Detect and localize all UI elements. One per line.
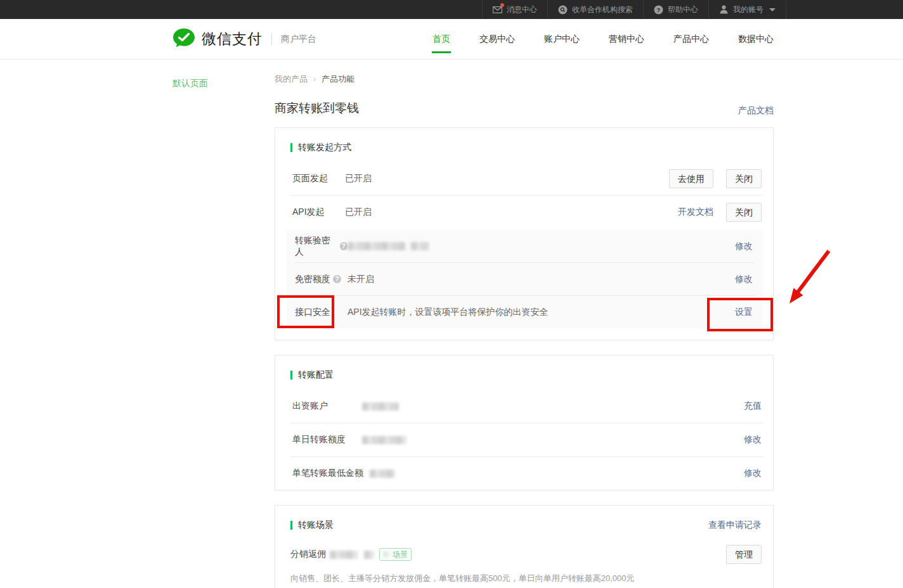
verifier-label: 转账验密人 ? xyxy=(295,235,348,258)
chevron-down-icon xyxy=(769,8,776,11)
product-doc-link[interactable]: 产品文档 xyxy=(738,105,774,117)
svg-text:?: ? xyxy=(657,6,661,13)
api-security-desc: API发起转账时，设置该项平台将保护你的出资安全 xyxy=(348,307,735,318)
brand-name: 微信支付 xyxy=(202,29,263,49)
redacted-block xyxy=(330,551,358,559)
api-init-status: 已开启 xyxy=(345,207,678,218)
help-tooltip-icon[interactable]: ? xyxy=(333,275,341,283)
page-init-status: 已开启 xyxy=(345,173,669,184)
scene-badge: 场景 xyxy=(379,548,412,561)
breadcrumb-separator-icon: › xyxy=(313,75,316,84)
topbar-my-account[interactable]: 我的账号 xyxy=(708,0,786,19)
wechat-pay-logo-icon xyxy=(172,28,195,51)
topbar-help-center[interactable]: ? 帮助中心 xyxy=(643,0,708,19)
main-nav: 首页 交易中心 账户中心 营销中心 产品中心 数据中心 xyxy=(432,19,774,59)
redacted-block xyxy=(362,436,406,444)
section-title-text: 转账发起方式 xyxy=(298,142,351,153)
redacted-block xyxy=(348,242,406,250)
card-transfer-init: 转账发起方式 页面发起 已开启 去使用 关闭 API发起 已开启 开发文档 关闭 xyxy=(275,127,774,340)
page-title: 商家转账到零钱 xyxy=(275,100,359,117)
dev-doc-link[interactable]: 开发文档 xyxy=(678,207,713,218)
title-row: 商家转账到零钱 产品文档 xyxy=(275,100,774,117)
sidebar-item-default-page[interactable]: 默认页面 xyxy=(172,78,208,89)
fund-account-label: 出资账户 xyxy=(292,400,362,412)
topbar: 消息中心 收单合作机构搜索 ? 帮助中心 我的账号 xyxy=(0,0,903,19)
page-init-label: 页面发起 xyxy=(292,173,345,184)
scene-desc: 向销售、团长、主播等分销方发放佣金，单笔转账最高500元，单日向单用户转账最高2… xyxy=(275,573,773,584)
recharge-link[interactable]: 充值 xyxy=(744,400,762,412)
section-marker xyxy=(290,521,292,530)
section-head-transfer-scene: 转账场景 查看申请记录 xyxy=(275,506,773,540)
topbar-acquiring-search[interactable]: 收单合作机构搜索 xyxy=(547,0,643,19)
user-icon xyxy=(719,5,729,15)
row-free-password: 免密额度 ? 未开启 修改 xyxy=(287,263,763,295)
row-daily-limit: 单日转账额度 修改 xyxy=(275,423,773,456)
card-transfer-config: 转账配置 出资账户 充值 单日转账额度 修改 单笔转账最低金额 xyxy=(275,355,774,490)
section-marker xyxy=(290,143,292,152)
daily-limit-label: 单日转账额度 xyxy=(292,434,362,445)
help-tooltip-icon[interactable]: ? xyxy=(340,242,348,250)
nav-data-center[interactable]: 数据中心 xyxy=(738,34,774,45)
topbar-message-label: 消息中心 xyxy=(507,4,537,15)
section-title-text: 转账场景 xyxy=(298,520,334,531)
row-api-security: 接口安全 API发起转账时，设置该项平台将保护你的出资安全 设置 xyxy=(287,296,763,328)
brand-divider xyxy=(271,33,272,46)
section-title: 转账场景 xyxy=(290,520,334,531)
scene-badge-text: 场景 xyxy=(393,549,408,559)
redacted-block xyxy=(370,470,395,478)
verifier-label-text: 转账验密人 xyxy=(295,235,337,258)
manage-button[interactable]: 管理 xyxy=(726,545,762,564)
row-verifier: 转账验密人 ? 修改 xyxy=(287,230,763,262)
nav-product-center[interactable]: 产品中心 xyxy=(673,34,709,45)
verifier-modify-link[interactable]: 修改 xyxy=(735,241,753,252)
page-init-close-button[interactable]: 关闭 xyxy=(726,169,762,188)
api-security-set-link[interactable]: 设置 xyxy=(735,307,753,318)
redacted-block xyxy=(364,551,374,559)
free-password-modify-link[interactable]: 修改 xyxy=(735,274,753,285)
redacted-block xyxy=(411,242,429,250)
redacted-block xyxy=(383,551,391,558)
api-init-close-button[interactable]: 关闭 xyxy=(726,203,762,222)
platform-name: 商户平台 xyxy=(281,34,316,45)
go-use-button[interactable]: 去使用 xyxy=(669,169,713,188)
card-transfer-scene: 转账场景 查看申请记录 分销返佣 场景 管理 向销售、团长、主播等分销方发放佣金… xyxy=(275,505,774,588)
redacted-block xyxy=(362,402,399,411)
breadcrumb-my-products[interactable]: 我的产品 xyxy=(275,74,308,85)
row-min-amount: 单笔转账最低金额 修改 xyxy=(275,457,773,490)
row-api-init: API发起 已开启 开发文档 关闭 xyxy=(275,196,773,229)
free-password-status: 未开启 xyxy=(348,274,735,285)
section-title-text: 转账配置 xyxy=(298,369,334,381)
min-amount-modify-link[interactable]: 修改 xyxy=(744,468,762,479)
nav-trade-center[interactable]: 交易中心 xyxy=(479,34,515,45)
main-area: 默认页面 我的产品 › 产品功能 商家转账到零钱 产品文档 转账发起方式 页面发… xyxy=(0,60,903,588)
nav-marketing-center[interactable]: 营销中心 xyxy=(609,34,644,45)
topbar-acquiring-search-label: 收单合作机构搜索 xyxy=(572,4,633,15)
api-init-label: API发起 xyxy=(292,207,345,218)
unread-badge xyxy=(500,3,504,7)
help-icon: ? xyxy=(654,5,663,15)
breadcrumb: 我的产品 › 产品功能 xyxy=(275,74,774,85)
section-title: 转账配置 xyxy=(290,369,334,381)
api-security-label: 接口安全 xyxy=(295,307,348,318)
free-password-label: 免密额度 ? xyxy=(295,274,348,285)
free-password-label-text: 免密额度 xyxy=(295,274,330,285)
section-head-transfer-init: 转账发起方式 xyxy=(275,128,773,162)
row-fund-account: 出资账户 充值 xyxy=(275,390,773,423)
nav-home[interactable]: 首页 xyxy=(432,34,450,45)
topbar-message-center[interactable]: 消息中心 xyxy=(482,0,547,19)
daily-limit-value-redacted xyxy=(362,436,744,444)
row-scene: 分销返佣 场景 管理 xyxy=(275,545,773,564)
brand[interactable]: 微信支付 xyxy=(172,28,263,51)
min-amount-value-redacted xyxy=(370,470,744,478)
breadcrumb-product-features: 产品功能 xyxy=(322,74,354,85)
section-head-transfer-config: 转账配置 xyxy=(275,355,773,390)
row-page-init: 页面发起 已开启 去使用 关闭 xyxy=(275,162,773,195)
nav-account-center[interactable]: 账户中心 xyxy=(544,34,580,45)
view-records-link[interactable]: 查看申请记录 xyxy=(708,520,762,531)
section-marker xyxy=(290,371,292,380)
search-icon xyxy=(558,5,568,15)
min-amount-label: 单笔转账最低金额 xyxy=(292,468,370,479)
topbar-my-account-label: 我的账号 xyxy=(733,4,763,15)
scene-name: 分销返佣 xyxy=(290,549,326,560)
daily-limit-modify-link[interactable]: 修改 xyxy=(744,434,762,445)
